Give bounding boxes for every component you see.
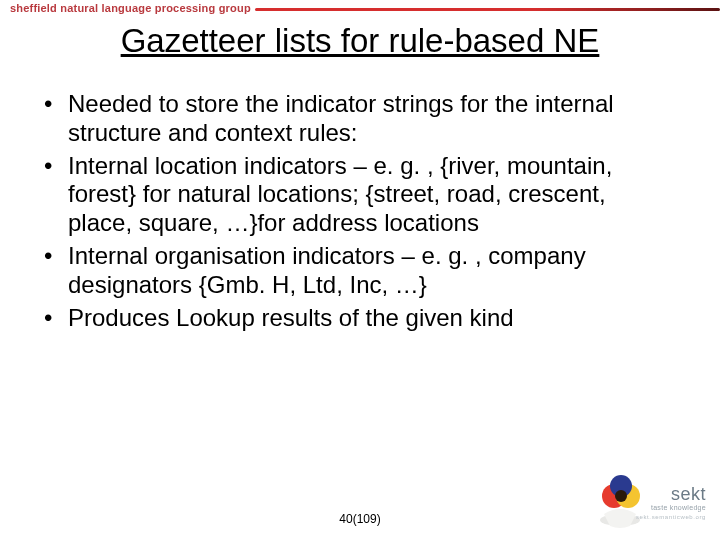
sekt-logo: sekt taste knowledge sekt.semanticweb.or… — [590, 474, 710, 534]
slide-body: Needed to store the indicator strings fo… — [40, 90, 670, 336]
bullet-list: Needed to store the indicator strings fo… — [40, 90, 670, 332]
list-item: Needed to store the indicator strings fo… — [40, 90, 670, 148]
slide-title: Gazetteer lists for rule-based NE — [0, 22, 720, 60]
header-divider — [255, 8, 720, 11]
list-item: Internal organisation indicators – e. g.… — [40, 242, 670, 300]
svg-point-4 — [615, 490, 627, 502]
header-group-name: sheffield natural language processing gr… — [10, 2, 251, 14]
slide-header: sheffield natural language processing gr… — [0, 0, 720, 22]
logo-name: sekt — [671, 484, 706, 505]
list-item: Internal location indicators – e. g. , {… — [40, 152, 670, 238]
logo-tagline: taste knowledge — [651, 504, 706, 511]
logo-url: sekt.semanticweb.org — [636, 514, 706, 520]
page-number: 40(109) — [339, 512, 380, 526]
list-item: Produces Lookup results of the given kin… — [40, 304, 670, 333]
